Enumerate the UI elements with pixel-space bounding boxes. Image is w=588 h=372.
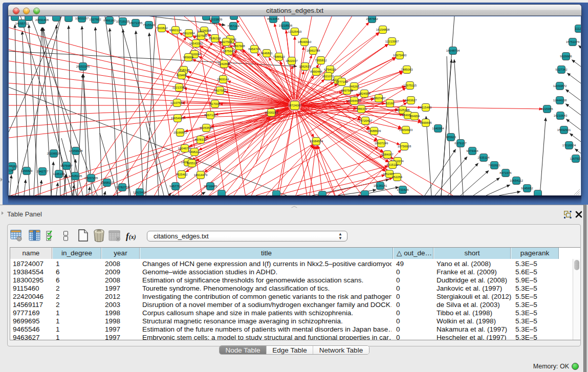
svg-text:185923: 185923 [446, 136, 456, 139]
svg-text:9242848: 9242848 [218, 62, 230, 65]
svg-text:7588520: 7588520 [273, 55, 285, 58]
svg-text:252254: 252254 [392, 176, 403, 179]
svg-text:9699695: 9699695 [420, 121, 432, 124]
svg-text:9327506: 9327506 [195, 34, 207, 37]
svg-text:1640954: 1640954 [432, 127, 444, 130]
svg-text:9084067: 9084067 [381, 153, 394, 156]
svg-text:829466: 829466 [177, 74, 187, 77]
svg-text:989664: 989664 [183, 56, 194, 59]
svg-text:12923468: 12923468 [133, 191, 147, 194]
svg-text:1615112: 1615112 [387, 163, 399, 166]
svg-text:11353594: 11353594 [200, 126, 213, 129]
svg-text:9327508: 9327508 [220, 40, 232, 43]
svg-text:13325419: 13325419 [288, 30, 302, 33]
svg-text:10688609: 10688609 [367, 129, 381, 133]
svg-text:16782759: 16782759 [116, 186, 129, 189]
svg-text:9457791: 9457791 [169, 185, 182, 188]
svg-text:7663822: 7663822 [156, 27, 168, 30]
svg-text:9245652: 9245652 [521, 187, 533, 190]
svg-text:15716485: 15716485 [204, 185, 217, 188]
svg-text:10654112: 10654112 [510, 179, 524, 182]
svg-text:16914479: 16914479 [194, 173, 208, 177]
svg-text:11122: 11122 [575, 27, 581, 30]
svg-text:9463627: 9463627 [405, 99, 417, 102]
svg-text:8471676: 8471676 [499, 171, 512, 174]
svg-text:6379197: 6379197 [454, 142, 467, 145]
svg-text:12505135: 12505135 [69, 174, 82, 178]
svg-text:9474444: 9474444 [466, 149, 478, 152]
svg-text:2718126: 2718126 [178, 69, 190, 72]
svg-text:2803144: 2803144 [217, 78, 229, 81]
svg-text:8215955: 8215955 [541, 107, 553, 111]
svg-text:12213967: 12213967 [385, 40, 399, 43]
svg-text:19166872: 19166872 [173, 131, 187, 134]
svg-text:7515526: 7515526 [143, 24, 155, 27]
svg-text:15300215: 15300215 [265, 111, 278, 114]
svg-text:39134: 39134 [9, 169, 14, 172]
svg-text:8678332: 8678332 [194, 138, 207, 141]
svg-text:8912954: 8912954 [183, 32, 195, 35]
svg-text:817004: 817004 [210, 102, 221, 105]
svg-text:18907249: 18907249 [375, 142, 388, 145]
svg-text:2935114: 2935114 [478, 156, 490, 159]
svg-text:10807487: 10807487 [372, 97, 386, 100]
svg-text:1167533: 1167533 [570, 157, 581, 160]
svg-text:8990448: 8990448 [310, 70, 322, 73]
svg-text:995517: 995517 [187, 162, 198, 165]
svg-text:9777169: 9777169 [336, 80, 348, 83]
svg-text:7625402: 7625402 [176, 173, 188, 176]
svg-text:17359928: 17359928 [69, 149, 83, 152]
svg-text:6466160: 6466160 [103, 19, 116, 22]
svg-text:7485063: 7485063 [401, 68, 413, 71]
svg-text:8267130: 8267130 [204, 114, 216, 117]
svg-text:9329906: 9329906 [560, 55, 572, 58]
svg-text:9960124: 9960124 [169, 29, 182, 32]
svg-text:7886372: 7886372 [355, 107, 367, 111]
svg-text:12975115: 12975115 [403, 84, 417, 87]
svg-text:7955812: 7955812 [315, 59, 327, 62]
svg-text:16154808: 16154808 [376, 28, 390, 31]
svg-text:19654923: 19654923 [399, 128, 413, 132]
svg-text:18724007: 18724007 [288, 104, 302, 107]
svg-text:10653267: 10653267 [75, 17, 89, 20]
svg-text:7432621: 7432621 [488, 164, 500, 167]
svg-text:8427552: 8427552 [214, 89, 226, 92]
svg-text:8454749: 8454749 [248, 48, 260, 51]
svg-text:9975687: 9975687 [60, 164, 73, 167]
svg-text:9227342: 9227342 [555, 68, 568, 71]
svg-text:14055712: 14055712 [15, 22, 29, 25]
svg-text:284954: 284954 [409, 115, 420, 118]
svg-text:13226058: 13226058 [198, 29, 211, 32]
svg-text:10107552: 10107552 [170, 101, 184, 104]
svg-text:16648794: 16648794 [446, 49, 460, 52]
svg-text:20691406: 20691406 [35, 18, 49, 21]
svg-text:1362615: 1362615 [299, 65, 311, 68]
svg-text:19384554: 19384554 [310, 140, 323, 143]
svg-text:20364436: 20364436 [347, 99, 361, 102]
svg-text:15692901: 15692901 [557, 128, 571, 132]
svg-text:1145194: 1145194 [53, 172, 66, 176]
svg-text:10025438: 10025438 [396, 108, 410, 112]
svg-text:10719155: 10719155 [116, 20, 130, 23]
svg-text:15751074: 15751074 [566, 40, 580, 43]
svg-text:15136141: 15136141 [374, 184, 387, 187]
svg-text:3824554: 3824554 [358, 92, 371, 95]
svg-text:10756928: 10756928 [398, 145, 411, 148]
svg-text:6794028: 6794028 [324, 68, 336, 71]
svg-text:19654923: 19654923 [171, 117, 185, 120]
svg-text:2942737: 2942737 [36, 170, 49, 173]
svg-text:7357224: 7357224 [227, 25, 239, 28]
svg-text:19218506: 19218506 [279, 24, 293, 27]
svg-text:12444158: 12444158 [553, 99, 567, 102]
svg-text:1156829: 1156829 [21, 169, 33, 172]
svg-text:16671355: 16671355 [129, 21, 143, 25]
svg-text:12213369: 12213369 [172, 86, 186, 89]
svg-text:8813054: 8813054 [267, 17, 279, 20]
svg-text:2687682: 2687682 [366, 17, 378, 20]
svg-text:16210643: 16210643 [554, 114, 568, 117]
svg-text:1733426: 1733426 [397, 188, 409, 191]
svg-text:16046766: 16046766 [178, 147, 192, 150]
svg-text:16961758: 16961758 [307, 49, 320, 52]
svg-text:1527602: 1527602 [89, 18, 101, 21]
svg-text:10973493: 10973493 [393, 54, 407, 57]
